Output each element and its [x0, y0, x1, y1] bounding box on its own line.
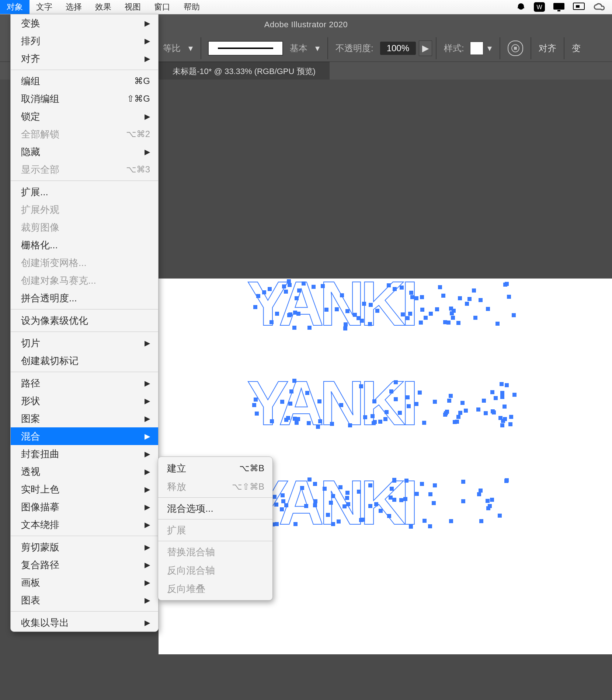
menu-item-label: 封套扭曲	[21, 448, 145, 461]
submenu-arrow-icon: ▶	[145, 449, 150, 458]
more-label[interactable]: 变	[572, 42, 581, 54]
submenu-arrow-icon: ▶	[145, 467, 150, 476]
menu-item: 裁剪图像	[11, 218, 158, 236]
menu-item-label: 显示全部	[21, 163, 126, 176]
menu-item-label: 图案	[21, 412, 145, 425]
opacity-label: 不透明度:	[335, 42, 373, 54]
document-tab[interactable]: 未标题-10* @ 33.33% (RGB/GPU 预览)	[159, 62, 330, 81]
menu-item[interactable]: 图表▶	[11, 591, 158, 609]
menu-object[interactable]: 对象	[0, 0, 29, 14]
menu-item[interactable]: 路径▶	[11, 374, 158, 392]
submenu-arrow-icon: ▶	[145, 339, 150, 347]
menu-item: 全部解锁⌥⌘2	[11, 125, 158, 143]
menu-window[interactable]: 窗口	[147, 0, 177, 14]
submenu-item: 反向混合轴	[158, 561, 272, 580]
submenu-item-label: 建立	[167, 462, 186, 475]
submenu-item: 反向堆叠	[158, 580, 272, 598]
svg-text:W: W	[536, 4, 542, 10]
menu-effect[interactable]: 效果	[88, 0, 118, 14]
menu-item: 扩展外观	[11, 201, 158, 218]
submenu-arrow-icon: ▶	[145, 618, 150, 627]
menu-item[interactable]: 对齐▶	[11, 50, 158, 67]
menu-item[interactable]: 画板▶	[11, 574, 158, 591]
blend-submenu: 建立⌥⌘B释放⌥⇧⌘B混合选项...扩展替换混合轴反向混合轴反向堆叠	[158, 456, 273, 601]
menu-item[interactable]: 创建裁切标记	[11, 352, 158, 370]
menu-item[interactable]: 锁定▶	[11, 108, 158, 125]
menu-item[interactable]: 形状▶	[11, 392, 158, 410]
menu-separator	[11, 536, 158, 536]
submenu-arrow-icon: ▶	[145, 54, 150, 63]
menu-item[interactable]: 拼合透明度...	[11, 289, 158, 307]
submenu-arrow-icon: ▶	[145, 503, 150, 511]
submenu-item[interactable]: 建立⌥⌘B	[158, 459, 272, 477]
menu-item-label: 裁剪图像	[21, 221, 150, 234]
scale-dropdown-caret[interactable]: ▾	[184, 42, 197, 55]
menu-item[interactable]: 扩展...	[11, 183, 158, 201]
shortcut: ⌘G	[134, 76, 150, 86]
submenu-item-label: 反向堆叠	[167, 582, 205, 595]
scale-label: 等比	[163, 42, 181, 54]
stroke-preview[interactable]	[208, 41, 283, 56]
document-setup-icon[interactable]	[508, 41, 523, 56]
object-menu-dropdown: 变换▶排列▶对齐▶编组⌘G取消编组⇧⌘G锁定▶全部解锁⌥⌘2隐藏▶显示全部⌥⌘3…	[10, 14, 159, 632]
opacity-value[interactable]: 100%	[380, 42, 416, 55]
menu-separator	[11, 332, 158, 332]
menu-help[interactable]: 帮助	[177, 0, 206, 14]
qq-icon[interactable]	[516, 2, 526, 12]
menu-item[interactable]: 透视▶	[11, 463, 158, 480]
menu-item-label: 画板	[21, 576, 145, 589]
style-swatch[interactable]	[470, 42, 483, 55]
menu-item-label: 隐藏	[21, 146, 145, 158]
menu-item: 创建渐变网格...	[11, 254, 158, 272]
menu-item-label: 栅格化...	[21, 239, 150, 252]
menu-item[interactable]: 图案▶	[11, 410, 158, 427]
screenshare-icon[interactable]	[573, 3, 585, 11]
menu-item[interactable]: 复合路径▶	[11, 556, 158, 574]
menu-item[interactable]: 收集以导出▶	[11, 614, 158, 631]
menu-text[interactable]: 文字	[29, 0, 59, 14]
submenu-item-label: 扩展	[167, 524, 186, 537]
wps-icon[interactable]: W	[534, 2, 545, 12]
display-icon[interactable]	[553, 3, 565, 11]
system-menubar: 对象 文字 选择 效果 视图 窗口 帮助 W	[0, 0, 612, 14]
submenu-arrow-icon: ▶	[145, 485, 150, 494]
submenu-item[interactable]: 混合选项...	[158, 499, 272, 518]
style-label: 样式:	[444, 42, 464, 54]
artwork-row-1[interactable]: YANKI	[247, 267, 414, 340]
menu-item[interactable]: 剪切蒙版▶	[11, 538, 158, 556]
menu-item[interactable]: 切片▶	[11, 334, 158, 352]
submenu-arrow-icon: ▶	[145, 543, 150, 552]
align-label[interactable]: 对齐	[539, 42, 556, 54]
menu-item[interactable]: 编组⌘G	[11, 72, 158, 90]
opacity-arrow[interactable]: ▶	[419, 41, 432, 56]
menu-item-label: 拼合透明度...	[21, 292, 150, 305]
creative-cloud-icon[interactable]	[593, 3, 605, 11]
menu-item[interactable]: 变换▶	[11, 14, 158, 32]
menu-item[interactable]: 设为像素级优化	[11, 312, 158, 329]
menu-item[interactable]: 混合▶	[11, 427, 158, 445]
menu-item[interactable]: 图像描摹▶	[11, 498, 158, 516]
menu-item[interactable]: 栅格化...	[11, 236, 158, 254]
shortcut: ⌥⌘3	[126, 164, 150, 175]
submenu-item-label: 混合选项...	[167, 502, 213, 515]
submenu-arrow-icon: ▶	[145, 432, 150, 441]
menu-separator	[158, 497, 272, 498]
menu-item[interactable]: 文本绕排▶	[11, 516, 158, 533]
svg-rect-5	[576, 5, 580, 8]
menu-separator	[11, 372, 158, 372]
submenu-arrow-icon: ▶	[145, 379, 150, 388]
menu-item[interactable]: 实时上色▶	[11, 480, 158, 498]
submenu-item: 释放⌥⇧⌘B	[158, 477, 272, 496]
menu-item: 创建对象马赛克...	[11, 272, 158, 289]
menu-item[interactable]: 隐藏▶	[11, 143, 158, 161]
menu-item[interactable]: 排列▶	[11, 32, 158, 50]
stroke-dropdown-caret[interactable]: ▾	[311, 42, 324, 55]
menu-item[interactable]: 取消编组⇧⌘G	[11, 90, 158, 108]
shortcut: ⌥⌘B	[239, 463, 264, 473]
submenu-arrow-icon: ▶	[145, 414, 150, 423]
menu-view[interactable]: 视图	[118, 0, 147, 14]
menu-select[interactable]: 选择	[59, 0, 88, 14]
menu-item[interactable]: 封套扭曲▶	[11, 445, 158, 463]
style-dropdown-caret[interactable]: ▾	[483, 42, 496, 55]
artwork-row-2[interactable]: YANKI	[247, 367, 414, 439]
